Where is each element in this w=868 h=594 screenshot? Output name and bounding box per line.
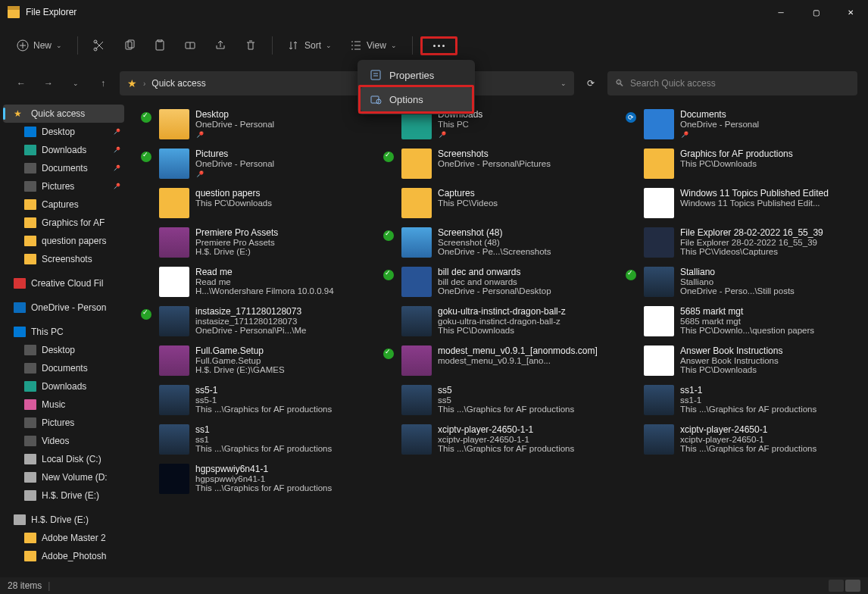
sidebar-item-qpapers[interactable]: question papers [0,232,127,250]
minimize-button[interactable]: ─ [763,0,798,24]
sidebar-item-usb[interactable]: H.$. Drive (E:) [0,511,127,529]
file-item[interactable]: xciptv-player-24650-1xciptv-player-24650… [626,424,862,455]
cut-button[interactable] [86,35,113,56]
file-thumbnail [159,345,189,376]
file-item[interactable]: Graphics for AF productionsThis PC\Downl… [626,148,862,179]
sidebar-item-tpc-c[interactable]: Local Disk (C:) [0,450,127,468]
paste-button[interactable] [146,35,173,56]
file-item[interactable]: StallianoStallianoOneDrive - Perso...\St… [626,267,862,297]
file-item[interactable]: CapturesThis PC\Videos [383,188,620,218]
file-name: Screenshots [438,148,620,159]
file-sub: Screenshot (48) [438,238,620,247]
file-item[interactable]: DesktopOneDrive - Personal📍 [141,109,377,139]
sidebar-item-tpc-desktop[interactable]: Desktop [0,341,127,359]
search-box[interactable]: 🔍︎ Search Quick access [607,71,857,95]
sidebar-item-pictures[interactable]: Pictures📍 [0,177,127,195]
sidebar-item-onedrive[interactable]: OneDrive - Person [0,299,127,317]
address-bar[interactable]: ★ › Quick access ⌄ [120,71,574,95]
pin-icon: 📍 [195,167,206,179]
download-icon [24,145,36,155]
file-sub: bill dec and onwards [438,277,620,286]
file-list: DesktopOneDrive - Personal📍DownloadsThis… [127,100,868,577]
file-item[interactable]: instasize_1711280128073instasize_1711280… [141,306,377,336]
new-button[interactable]: New ⌄ [9,35,70,56]
file-item[interactable]: goku-ultra-instinct-dragon-ball-zgoku-ul… [383,306,620,336]
properties-menuitem[interactable]: Properties [361,63,472,87]
sidebar-item-documents[interactable]: Documents📍 [0,159,127,177]
sidebar-label: This PC [31,327,64,337]
breadcrumb-location[interactable]: Quick access [151,78,205,89]
rename-button[interactable] [176,35,204,56]
file-sub: OneDrive - Personal [680,120,862,129]
sidebar-item-usb1[interactable]: Adobe Master 2 [0,529,127,547]
file-item[interactable]: PDFAnswer Book InstructionsAnswer Book I… [626,345,862,376]
file-sub2: This ...\Graphics for AF productions [195,483,377,492]
file-item[interactable]: Read meRead meH...\Wondershare Filmora 1… [141,267,377,297]
sidebar-item-captures[interactable]: Captures [0,195,127,214]
file-thumbnail [401,424,432,455]
sidebar-item-tpc-d[interactable]: New Volume (D: [0,468,127,486]
sidebar-item-ccf[interactable]: Creative Cloud Fil [0,274,127,292]
file-item[interactable]: PicturesOneDrive - Personal📍 [141,148,377,179]
sidebar-item-desktop[interactable]: Desktop📍 [0,123,127,141]
file-item[interactable]: ss1-1ss1-1This ...\Graphics for AF produ… [626,385,862,415]
sidebar-item-tpc-pictures[interactable]: Pictures [0,414,127,432]
copy-button[interactable] [116,35,143,56]
tiles-view-button[interactable] [845,580,860,592]
file-item[interactable]: ss1ss1This ...\Graphics for AF productio… [141,424,377,455]
rename-icon [184,39,196,52]
file-meta: PicturesOneDrive - Personal📍 [195,148,377,179]
window-controls: ─ ▢ ✕ [763,0,868,24]
file-item[interactable]: Screenshot (48)Screenshot (48)OneDrive -… [383,227,620,258]
delete-button[interactable] [237,35,264,56]
file-sub: ss1 [195,435,377,444]
file-item[interactable]: ⟳DocumentsOneDrive - Personal📍 [626,109,862,139]
sidebar-item-tpc-documents[interactable]: Documents [0,359,127,377]
options-menuitem[interactable]: Options [361,87,472,111]
file-item[interactable]: Full.Game.SetupFull.Game.SetupH.$. Drive… [141,345,377,376]
file-item[interactable]: Premiere Pro AssetsPremiere Pro AssetsH.… [141,227,377,258]
star-icon: ★ [14,108,26,119]
sidebar-item-thispc[interactable]: This PC [0,323,127,341]
file-item[interactable]: PDF5685 markt mgt5685 markt mgtThis PC\D… [626,306,862,336]
sidebar-item-screenshots[interactable]: Screenshots [0,250,127,268]
sidebar-item-downloads[interactable]: Downloads📍 [0,141,127,159]
sort-button[interactable]: Sort ⌄ [280,35,339,56]
file-sub2: OneDrive - Perso...\Still posts [680,286,862,295]
file-item[interactable]: hgpspwwiy6n41-1hgpspwwiy6n41-1This ...\G… [141,464,377,494]
details-view-button[interactable] [829,580,844,592]
sync-icon [626,309,636,320]
file-item[interactable]: Windows 11 Topics Published EditedWindow… [626,188,862,218]
file-item[interactable]: ss5-1ss5-1This ...\Graphics for AF produ… [141,385,377,415]
sidebar-item-tpc-downloads[interactable]: Downloads [0,377,127,395]
forward-button[interactable]: → [38,73,59,94]
file-name: Windows 11 Topics Published Edited [680,188,862,199]
view-button[interactable]: View ⌄ [342,35,404,56]
sidebar-item-usb2[interactable]: Adobe_Photosh [0,547,127,565]
share-button[interactable] [207,35,234,56]
maximize-button[interactable]: ▢ [798,0,833,24]
recent-button[interactable]: ⌄ [65,73,86,94]
sidebar-item-quickaccess[interactable]: ★Quick access [3,105,124,123]
file-item[interactable]: bill dec and onwardsbill dec and onwards… [383,267,620,297]
file-item[interactable]: ss5ss5This ...\Graphics for AF productio… [383,385,620,415]
file-item[interactable]: modest_menu_v0.9.1_[anonmods.com]modest_… [383,345,620,376]
file-name: Screenshot (48) [438,227,620,238]
close-button[interactable]: ✕ [833,0,868,24]
sync-icon: ⟳ [626,112,636,123]
file-meta: ss5-1ss5-1This ...\Graphics for AF produ… [195,385,377,414]
copy-icon [123,39,136,52]
sidebar-item-tpc-videos[interactable]: Videos [0,432,127,450]
up-button[interactable]: ↑ [92,73,114,94]
refresh-button[interactable]: ⟳ [580,73,601,94]
chevron-down-icon[interactable]: ⌄ [560,80,567,87]
more-button[interactable] [426,40,452,52]
file-item[interactable]: ScreenshotsOneDrive - Personal\Pictures [383,148,620,179]
sidebar-item-graphics[interactable]: Graphics for AF [0,214,127,232]
sidebar-item-tpc-e[interactable]: H.$. Drive (E:) [0,486,127,505]
file-item[interactable]: question papersThis PC\Downloads [141,188,377,218]
file-item[interactable]: File Explorer 28-02-2022 16_55_39File Ex… [626,227,862,258]
file-item[interactable]: xciptv-player-24650-1-1xciptv-player-246… [383,424,620,455]
sidebar-item-tpc-music[interactable]: Music [0,395,127,414]
back-button[interactable]: ← [11,73,32,94]
